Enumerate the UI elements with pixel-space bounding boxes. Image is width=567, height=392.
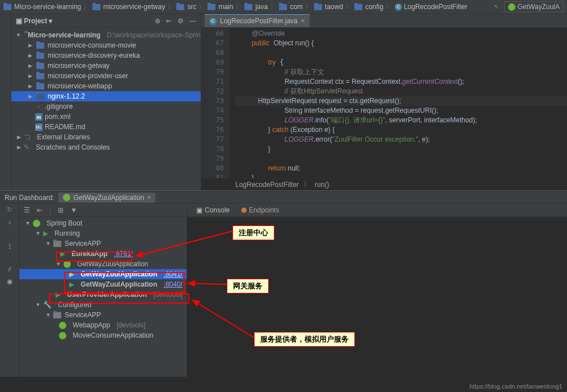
rt-getway-group[interactable]: ▼ GetWayZuulApplication [19,259,187,269]
camera-icon[interactable]: ◉ [7,278,12,286]
crumb[interactable]: src [176,3,196,11]
settings-icon[interactable]: ⫽ [6,265,13,273]
editor-breadcrumb[interactable]: LogRecodePostFilter〉run() [201,178,567,190]
rerun-icon[interactable]: ↻ [7,206,12,214]
crumb[interactable]: config [354,3,383,11]
breadcrumb: Micro-service-learning〉 microservice-get… [0,0,567,14]
scroll-from-source-icon[interactable]: ⊕ [155,17,160,25]
tree-scratches[interactable]: ▶✎ Scratches and Consoles [11,142,201,152]
build-icon[interactable]: ↖ [494,3,500,11]
hide-icon[interactable]: — [189,17,196,25]
tab-endpoints[interactable]: ⬢Endpoints [236,204,284,216]
rt-running[interactable]: ▼▶ Running [19,228,187,238]
run-dashboard-tab[interactable]: GetWayZuulApplication × [58,193,155,203]
editor-tab-label: LogRecodePostFilter.java [220,17,298,25]
crumb-root[interactable]: Micro-service-learning [3,3,81,11]
line-gutter[interactable]: 6667686970717273747576777879808182 [201,28,230,178]
console-icon: ▣ [196,206,202,214]
rt-webapp[interactable]: WebappApp [devtools] [19,320,187,330]
crumb[interactable]: taowd [314,3,343,11]
endpoints-icon: ⬢ [241,206,247,214]
annotation-label-3: 服务提供者，模拟用户服务 [254,332,355,347]
tree-root[interactable]: ▼Micro-service-learning D:\workspace\wor… [11,30,201,40]
run-dashboard-tab-label: GetWayZuulApplication [73,194,144,202]
run-tree-toolbar: ☰ ⇤ | ⊞ ▼ [19,203,187,217]
run-toolbar: ↻ ＋ ⟟ ⫽ ◉ [0,203,19,377]
tree-module[interactable]: ▶microservice-provider-user [11,71,201,81]
close-icon[interactable]: × [301,17,305,25]
editor: C LogRecodePostFilter.java × 66676869707… [201,14,567,190]
tree-file-gitignore[interactable]: ◦.gitignore [11,101,201,112]
filter-icon[interactable]: ▼ [70,206,77,214]
rt-getway-2[interactable]: ▶ GetWayZuulApplication :8040/ [19,279,187,289]
rt-serviceapp-2[interactable]: ▼ServiceAPP [19,310,187,320]
collapse-all-icon[interactable]: ⇤ [166,17,172,25]
collapse-icon[interactable]: ⇤ [37,206,43,214]
rt-eureka[interactable]: ▶ EurekaApp :8761/ [19,249,187,259]
pin-icon[interactable]: ⟟ [9,242,11,250]
editor-tabs: C LogRecodePostFilter.java × [201,14,567,28]
layout-icon[interactable]: ⊞ [58,206,64,214]
run-config-selector[interactable]: GetWayZuulA [504,1,564,12]
tree-external-libs[interactable]: ▶⫎ External Libraries [11,132,201,142]
crumb-class[interactable]: CLogRecodePostFilter [395,3,467,11]
tree-module[interactable]: ▶microservice-getway [11,61,201,71]
run-tree[interactable]: ▼ Spring Boot ▼▶ Running ▼ServiceAPP ▶ E… [19,217,187,377]
expand-icon[interactable]: ☰ [24,206,30,214]
console-body[interactable] [187,217,567,377]
left-gutter-bar[interactable] [0,14,11,190]
tree-file-pom[interactable]: mpom.xml [11,112,201,122]
project-tree[interactable]: ▼Micro-service-learning D:\workspace\wor… [11,28,201,190]
run-dashboard-title: Run Dashboard: [5,194,54,202]
tree-file-readme[interactable]: M↓README.md [11,122,201,132]
project-tool-window: ▣ Project ▾ ⊕ ⇤ ⚙ — ▼Micro-service-learn… [11,14,201,190]
run-tree-panel: ☰ ⇤ | ⊞ ▼ ▼ Spring Boot ▼▶ Running ▼Serv… [19,203,187,377]
spring-icon [508,3,515,11]
tab-console[interactable]: ▣Console [192,204,234,216]
console-tabs: ▣Console ⬢Endpoints [187,203,567,217]
crumb[interactable]: com [279,3,303,11]
tree-module[interactable]: ▶microservice-webapp [11,81,201,91]
rt-spring-boot[interactable]: ▼ Spring Boot [19,218,187,228]
java-class-icon: C [209,18,217,25]
crumb[interactable]: microservice-getway [92,3,165,11]
page-watermark: https://blog.csdn.net/taoweidong1 [465,382,567,392]
tree-module[interactable]: ▶microservice-consume-movie [11,40,201,50]
close-icon[interactable]: × [147,194,151,202]
code-area[interactable]: @Override public Object run() { try { //… [230,28,567,178]
crumb[interactable]: main [208,3,233,11]
project-view-selector[interactable]: ▣ Project ▾ [16,17,52,25]
run-config-label: GetWayZuulA [518,3,560,11]
spring-icon [63,194,70,201]
editor-tab[interactable]: C LogRecodePostFilter.java × [205,14,310,27]
rt-userprovider[interactable]: ▶ UserProviderApplication [devtools] :90… [19,289,187,300]
settings-icon[interactable]: ⚙ [177,17,184,25]
rt-serviceapp[interactable]: ▼ServiceAPP [19,238,187,249]
run-dashboard-bar: Run Dashboard: GetWayZuulApplication × [0,192,567,203]
tree-item-nginx[interactable]: ▶nginx-1.12.2 [11,91,201,101]
annotation-label-1: 注册中心 [232,225,274,240]
rt-getway-1[interactable]: ▶ GetWayZuulApplication :8041/ [19,269,187,279]
annotation-label-2: 网关服务 [227,279,269,293]
rt-movie[interactable]: MovieConsumeApplication [19,330,187,340]
rt-configured[interactable]: ▼🔧 Configured [19,300,187,310]
tree-module[interactable]: ▶microservice-discovery-eureka [11,50,201,61]
plus-icon[interactable]: ＋ [6,218,13,228]
crumb[interactable]: java [244,3,268,11]
